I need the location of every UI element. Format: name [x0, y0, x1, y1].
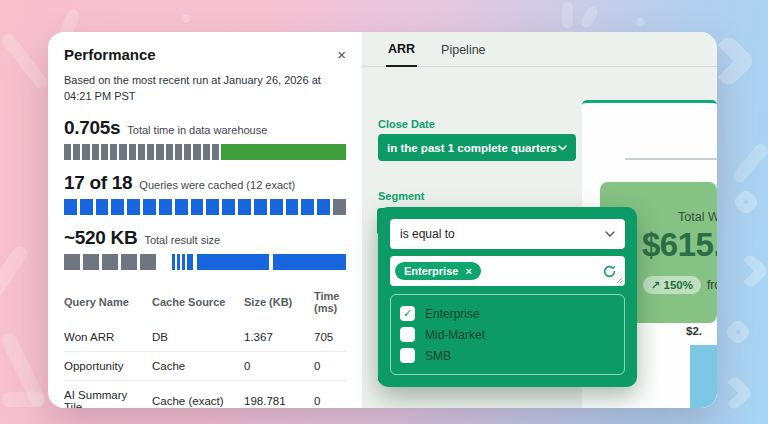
diamond-pattern — [724, 318, 752, 346]
chevron-pattern — [717, 375, 754, 412]
filter-value-input[interactable]: Enterprise × — [390, 256, 625, 286]
bar-segment — [212, 144, 219, 160]
bar-segment — [110, 144, 117, 160]
metric-bar-cache — [64, 199, 346, 215]
option-smb[interactable]: SMB — [400, 345, 615, 366]
metric-value: 17 of 18 — [64, 172, 132, 194]
tab-pipeline[interactable]: Pipeline — [439, 43, 487, 66]
cell-cache-source: DB — [152, 331, 240, 343]
snowflake-arm — [2, 392, 44, 407]
bar-segment — [270, 199, 283, 215]
table-row: Won ARRDB1.367705 — [64, 323, 346, 352]
bar-segment — [129, 144, 136, 160]
segment-filter-popup: is equal to Enterprise × — [378, 207, 637, 387]
segmented-section — [64, 144, 219, 160]
snowflake-arm — [579, 5, 600, 30]
bar-segment — [191, 199, 204, 215]
bar-segment — [96, 199, 109, 215]
bar-segment — [73, 144, 80, 160]
kpi-value: $615. — [642, 226, 717, 264]
background: ® ® Performance × Based on the most rece… — [0, 0, 768, 424]
close-icon[interactable]: × — [337, 47, 346, 62]
bar-segment — [166, 144, 173, 160]
table-row: OpportunityCache00 — [64, 352, 346, 381]
cell-cache-source: Cache — [152, 360, 240, 372]
bar-segment — [301, 199, 314, 215]
cell-size: 1.367 — [244, 331, 310, 343]
bar-segment — [177, 254, 180, 270]
bar-segment — [197, 254, 269, 270]
cell-query-name: Won ARR — [64, 331, 148, 343]
close-date-label: Close Date — [378, 118, 435, 130]
option-label: Enterprise — [425, 307, 480, 321]
kpi-trend-right: fro — [707, 278, 717, 292]
app-window: Performance × Based on the most recent r… — [48, 32, 717, 408]
bar-segment — [82, 144, 89, 160]
bar-segment — [102, 254, 118, 270]
table-header-cell: Size (KB) — [244, 296, 310, 308]
dashboard-panel: ARRPipeline Close Date in the past 1 com… — [362, 32, 717, 408]
checkbox-checked[interactable]: ✓ — [400, 306, 415, 321]
segment-options-list: ✓EnterpriseMid-MarketSMB — [390, 294, 625, 375]
cell-time: 705 — [314, 331, 346, 343]
bar-segment — [101, 144, 108, 160]
diamond-pattern — [732, 188, 760, 216]
bar-segment — [64, 254, 80, 270]
tab-bar: ARRPipeline — [362, 32, 717, 67]
bar-segment — [138, 144, 145, 160]
snowflake-arm — [0, 243, 30, 324]
option-mid-market[interactable]: Mid-Market — [400, 324, 615, 345]
close-date-select[interactable]: in the past 1 complete quarters — [378, 134, 576, 161]
table-row: AI Summary TileCache (exact)198.7810 — [64, 381, 346, 408]
metric-bar-size — [64, 254, 346, 270]
bar-segment — [111, 199, 124, 215]
remove-tag-icon[interactable]: × — [465, 265, 471, 277]
bar-segment — [127, 199, 140, 215]
chevron-down-icon — [558, 145, 567, 151]
bar-segment — [140, 254, 156, 270]
option-label: SMB — [425, 349, 451, 363]
operator-select[interactable]: is equal to — [390, 219, 625, 249]
metric-value: ~520 KB — [64, 227, 137, 249]
bar-segment — [182, 254, 185, 270]
registered-mark: ® — [182, 12, 190, 24]
metric-block: 17 of 18Queries were cached (12 exact) — [64, 172, 346, 215]
cell-size: 198.781 — [244, 395, 310, 407]
metric-label: Total result size — [144, 234, 220, 246]
bar-segment — [286, 199, 299, 215]
panel-title: Performance — [64, 46, 156, 63]
enterprise-tag[interactable]: Enterprise × — [395, 262, 481, 280]
cell-time: 0 — [314, 395, 346, 407]
option-enterprise[interactable]: ✓Enterprise — [400, 303, 615, 324]
metric-label: Queries were cached (12 exact) — [139, 179, 295, 191]
checkbox[interactable] — [400, 348, 415, 363]
bar-segment — [184, 144, 191, 160]
metric-label: Total time in data warehouse — [127, 124, 267, 136]
metric-bar-time — [64, 144, 346, 160]
chart-value-label: $2. — [686, 325, 702, 337]
table-header-row: Query NameCache SourceSize (KB)Time (ms) — [64, 282, 346, 323]
bar-segment — [222, 199, 235, 215]
cell-cache-source: Cache (exact) — [152, 395, 240, 407]
bar-segment — [156, 144, 163, 160]
close-date-value: in the past 1 complete quarters — [387, 142, 557, 154]
snowflake-arm — [731, 141, 768, 185]
metric-line: ~520 KBTotal result size — [64, 227, 346, 249]
tab-arr[interactable]: ARR — [386, 42, 417, 67]
table-header-cell: Query Name — [64, 296, 148, 308]
checkbox[interactable] — [400, 327, 415, 342]
metric-value: 0.705s — [64, 117, 120, 139]
bar-segment — [121, 254, 137, 270]
chart-bar — [690, 345, 717, 408]
metric-line: 17 of 18Queries were cached (12 exact) — [64, 172, 346, 194]
bar-segment — [119, 144, 126, 160]
snowflake-arm — [562, 2, 573, 28]
resize-handle[interactable] — [615, 276, 623, 284]
bar-segment — [206, 199, 219, 215]
kpi-title: Total Wo — [678, 210, 717, 224]
metric-line: 0.705sTotal time in data warehouse — [64, 117, 346, 139]
metrics-section: 0.705sTotal time in data warehouse17 of … — [64, 117, 346, 270]
tag-label: Enterprise — [404, 265, 458, 277]
bar-segment — [147, 144, 154, 160]
green-fill — [221, 144, 346, 160]
